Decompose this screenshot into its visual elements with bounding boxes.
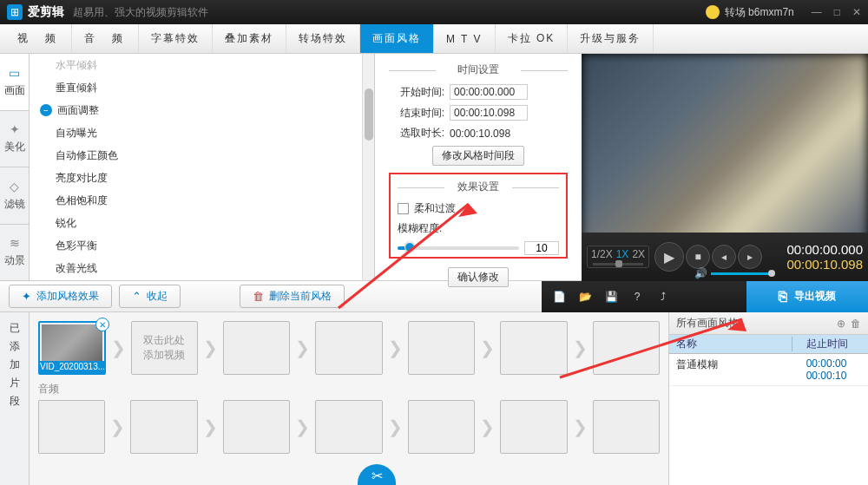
audio-row-label: 音频 — [38, 382, 660, 397]
volume-icon[interactable]: 🔊 — [694, 267, 707, 279]
slider-thumb[interactable] — [404, 242, 415, 252]
tab-style[interactable]: 画面风格 — [360, 24, 434, 53]
collapse-button[interactable]: ⌃收起 — [119, 285, 181, 308]
arrow-icon: ❯ — [203, 338, 218, 358]
fx-item[interactable]: 改善光线 — [30, 257, 374, 279]
new-icon[interactable]: 📄 — [550, 291, 568, 303]
empty-audio-slot[interactable] — [223, 400, 290, 454]
stop-button[interactable]: ■ — [686, 245, 710, 269]
export-video-button[interactable]: ⎘导出视频 — [746, 281, 868, 312]
clips-section-label: 已添加片段 — [0, 312, 30, 485]
user-chip[interactable]: 转场 b6mxm7n — [706, 5, 794, 20]
end-time-input[interactable]: 00:00:10.098 — [450, 105, 528, 121]
arrow-icon: ❯ — [388, 338, 403, 358]
start-time-input[interactable]: 00:00:00.000 — [450, 84, 528, 100]
remove-clip-icon[interactable]: ✕ — [95, 318, 109, 331]
tab-mtv[interactable]: M T V — [434, 24, 496, 53]
filter-icon: ◇ — [10, 180, 19, 193]
empty-clip-slot[interactable] — [315, 321, 382, 375]
open-icon[interactable]: 📂 — [576, 291, 594, 303]
modify-time-button[interactable]: 修改风格时间段 — [432, 146, 524, 166]
style-row[interactable]: 普通模糊 00:00:0000:00:10 — [669, 354, 868, 386]
arrow-icon: ❯ — [111, 338, 126, 358]
total-time: 00:00:10.098 — [786, 257, 863, 272]
app-logo-icon: ⊞ — [7, 4, 23, 20]
empty-audio-slot[interactable] — [408, 400, 475, 454]
video-preview: 1/2X1X2X ▶ ■ ◂ ▸ 00:00:00.000 00:00:10.0… — [582, 54, 868, 281]
fx-item[interactable]: 锐化 — [30, 212, 374, 234]
fx-item[interactable]: 自动修正颜色 — [30, 144, 374, 167]
empty-audio-slot[interactable] — [130, 400, 197, 454]
scroll-thumb[interactable] — [365, 88, 373, 141]
empty-audio-slot[interactable] — [500, 400, 567, 454]
help-icon[interactable]: ? — [628, 291, 646, 303]
confirm-button[interactable]: 确认修改 — [448, 267, 509, 287]
sidetab-motion[interactable]: ≋动景 — [0, 225, 29, 282]
fx-item[interactable]: 垂直倾斜 — [30, 76, 374, 99]
empty-clip-slot[interactable] — [593, 321, 660, 375]
fx-item[interactable]: 水平倾斜 — [30, 54, 374, 76]
tab-subtitle[interactable]: 字幕特效 — [139, 24, 213, 53]
arrow-icon: ❯ — [480, 338, 495, 358]
current-time: 00:00:00.000 — [786, 242, 863, 257]
toolbar-dark: 📄 📂 💾 ? ⤴ — [542, 281, 746, 312]
app-subtitle: 超易用、强大的视频剪辑软件 — [73, 5, 208, 20]
next-frame-button[interactable]: ▸ — [738, 245, 762, 269]
clip-thumbnail — [42, 324, 102, 361]
fx-item[interactable]: 自动曝光 — [30, 121, 374, 144]
col-name: 名称 — [676, 337, 792, 351]
add-style-button[interactable]: ✦添加风格效果 — [9, 285, 112, 308]
trash-icon: 🗑 — [253, 290, 264, 303]
add-style-icon[interactable]: ⊕ — [837, 318, 845, 330]
empty-clip-slot[interactable] — [408, 321, 475, 375]
cut-button[interactable]: ✂ — [358, 464, 396, 485]
save-icon[interactable]: 💾 — [602, 291, 620, 303]
applied-styles-panel: 所有画面风格: ⊕🗑 名称 起止时间 普通模糊 00:00:0000:00:10 — [668, 312, 868, 485]
delete-style-button[interactable]: 🗑删除当前风格 — [240, 285, 345, 308]
speed-selector[interactable]: 1/2X1X2X — [587, 246, 649, 268]
clip-name: VID_20200313... — [40, 361, 104, 373]
sidetab-beautify[interactable]: ✦美化 — [0, 111, 29, 168]
col-time: 起止时间 — [792, 337, 861, 351]
empty-audio-slot[interactable] — [315, 400, 382, 454]
fx-item[interactable]: 高质量去噪点 — [30, 279, 374, 281]
empty-audio-slot[interactable] — [38, 400, 105, 454]
soft-transition-checkbox[interactable] — [398, 203, 409, 214]
time-section-title: 时间设置 — [389, 62, 568, 77]
empty-clip-slot[interactable] — [223, 321, 290, 375]
scrollbar[interactable] — [362, 54, 374, 280]
prev-frame-button[interactable]: ◂ — [712, 245, 736, 269]
play-button[interactable]: ▶ — [654, 242, 684, 272]
sparkle-icon: ✦ — [22, 290, 31, 303]
empty-audio-slot[interactable] — [593, 400, 660, 454]
remove-style-icon[interactable]: 🗑 — [851, 318, 861, 330]
tab-audio[interactable]: 音 频 — [72, 24, 139, 53]
tab-upgrade[interactable]: 升级与服务 — [568, 24, 654, 53]
effect-list: 水平倾斜 垂直倾斜 −画面调整 自动曝光 自动修正颜色 亮度对比度 色相饱和度 … — [30, 54, 375, 281]
video-clip[interactable]: VID_20200313... ✕ — [38, 321, 106, 375]
sidetab-filter[interactable]: ◇滤镜 — [0, 167, 29, 225]
empty-clip-slot[interactable] — [500, 321, 567, 375]
sidetab-frame[interactable]: ▭画面 — [0, 54, 29, 111]
tab-transition[interactable]: 转场特效 — [286, 24, 360, 53]
close-icon[interactable]: ✕ — [852, 6, 861, 18]
share-icon[interactable]: ⤴ — [654, 291, 672, 303]
blur-value-input[interactable]: 10 — [524, 241, 559, 255]
tab-karaoke[interactable]: 卡拉 OK — [496, 24, 569, 53]
watermark-url: www.xiazaiba.com — [792, 472, 863, 482]
fx-category[interactable]: −画面调整 — [30, 99, 374, 121]
fx-item[interactable]: 色相饱和度 — [30, 189, 374, 212]
tab-overlay[interactable]: 叠加素材 — [213, 24, 286, 53]
properties-panel: 时间设置 开始时间:00:00:00.000 结束时间:00:00:10.098… — [375, 54, 582, 281]
tab-video[interactable]: 视 频 — [5, 24, 72, 53]
fx-item[interactable]: 色彩平衡 — [30, 234, 374, 257]
minimize-icon[interactable]: — — [812, 6, 822, 18]
collapse-up-icon: ⌃ — [132, 290, 141, 303]
volume-slider[interactable] — [711, 272, 772, 275]
fx-item[interactable]: 亮度对比度 — [30, 167, 374, 189]
maximize-icon[interactable]: □ — [834, 6, 840, 18]
speed-slider[interactable] — [593, 263, 643, 265]
export-icon: ⎘ — [779, 289, 787, 305]
add-clip-slot[interactable]: 双击此处添加视频 — [131, 321, 198, 375]
blur-slider[interactable] — [398, 246, 519, 250]
